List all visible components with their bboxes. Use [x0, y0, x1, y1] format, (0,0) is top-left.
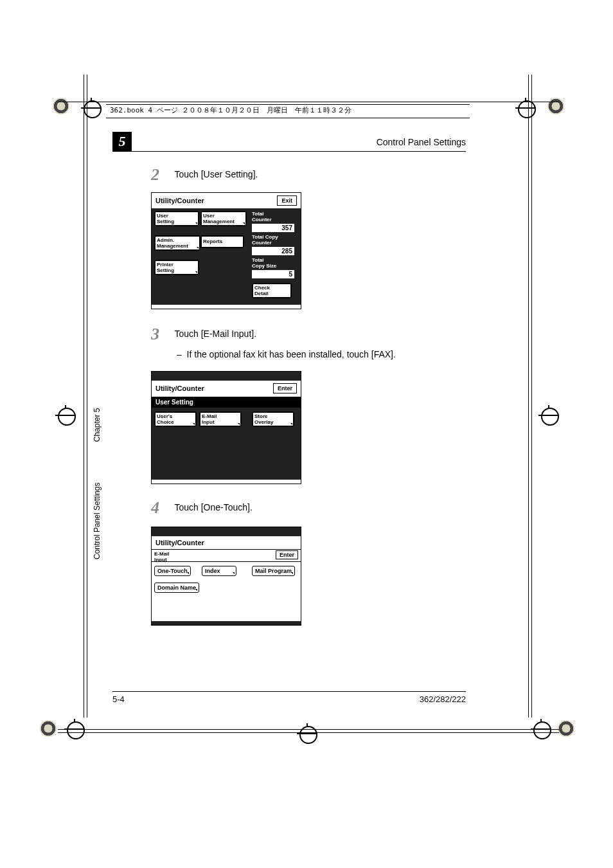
user-setting-key[interactable]: UserSetting	[154, 211, 199, 226]
crop-line	[87, 75, 87, 718]
step-text: Touch [E-Mail Input].	[174, 329, 256, 339]
reports-key[interactable]: Reports	[200, 235, 244, 248]
screen-title: Utility/Counter	[155, 384, 204, 392]
step-subtext: – If the optional fax kit has been insta…	[177, 349, 466, 359]
step-number: 2	[151, 165, 168, 185]
crosshair-icon	[538, 405, 559, 426]
screen-utility-counter-main: Utility/Counter Exit UserSetting UserMan…	[151, 192, 301, 309]
total-copy-counter-value: 285	[252, 247, 294, 255]
mail-program-key[interactable]: Mail Program	[252, 566, 295, 576]
domain-name-key[interactable]: Domain Name	[154, 583, 199, 593]
store-overlay-key[interactable]: StoreOverlay	[252, 411, 294, 427]
screen-title: Utility/Counter	[155, 539, 204, 547]
screen-user-setting: Utility/Counter Enter User Setting User'…	[151, 371, 301, 484]
total-copy-size-value: 5	[252, 270, 294, 278]
crosshair-icon	[297, 723, 317, 744]
crosshair-icon	[55, 405, 76, 426]
total-copy-counter-label: Total CopyCounter	[252, 234, 278, 246]
screen-subheader: User Setting	[152, 396, 301, 408]
header-rule	[112, 151, 466, 152]
crop-line	[84, 75, 84, 718]
screen-email-input: Utility/Counter E-MailInput Enter One-To…	[151, 527, 301, 626]
crop-line	[531, 75, 532, 718]
crop-line	[58, 102, 559, 102]
users-choice-key[interactable]: User'sChoice	[154, 411, 197, 427]
step-text: Touch [User Setting].	[174, 169, 258, 179]
check-detail-key[interactable]: CheckDetail	[252, 283, 292, 298]
step-number: 3	[151, 325, 168, 344]
enter-button[interactable]: Enter	[276, 550, 298, 559]
source-file-header: 362.book 4 ページ ２００８年１０月２０日 月曜日 午前１１時３２分	[106, 104, 470, 118]
crop-line	[58, 732, 559, 733]
printer-setting-key[interactable]: PrinterSetting	[154, 260, 199, 275]
one-touch-key[interactable]: One-Touch	[154, 566, 191, 576]
index-key[interactable]: Index	[202, 566, 236, 576]
total-copy-size-label: TotalCopy Size	[252, 257, 276, 269]
exit-button[interactable]: Exit	[277, 195, 297, 206]
step-number: 4	[151, 498, 168, 518]
print-mark	[53, 98, 69, 114]
step-text: Touch [One-Touch].	[174, 502, 252, 512]
print-mark	[547, 98, 564, 114]
model-number: 362/282/222	[420, 694, 466, 704]
screen-title: Utility/Counter	[155, 197, 204, 204]
enter-button[interactable]: Enter	[273, 383, 297, 393]
total-counter-label: TotalCounter	[252, 211, 272, 222]
page-header-title: Control Panel Settings	[377, 137, 466, 147]
page-number: 5-4	[112, 694, 125, 704]
email-input-key[interactable]: E-MailInput	[199, 411, 242, 427]
admin-management-key[interactable]: Admin.Management	[154, 235, 200, 251]
side-label: Control Panel Settings Chapter 5	[93, 408, 102, 559]
crop-line	[58, 729, 559, 730]
print-mark	[40, 720, 57, 737]
total-counter-value: 357	[252, 224, 294, 232]
crop-line	[528, 75, 529, 718]
chapter-badge: 5	[112, 132, 132, 151]
print-mark	[558, 720, 574, 737]
user-management-key[interactable]: UserManagement	[200, 211, 247, 226]
crosshair-icon	[515, 98, 536, 118]
